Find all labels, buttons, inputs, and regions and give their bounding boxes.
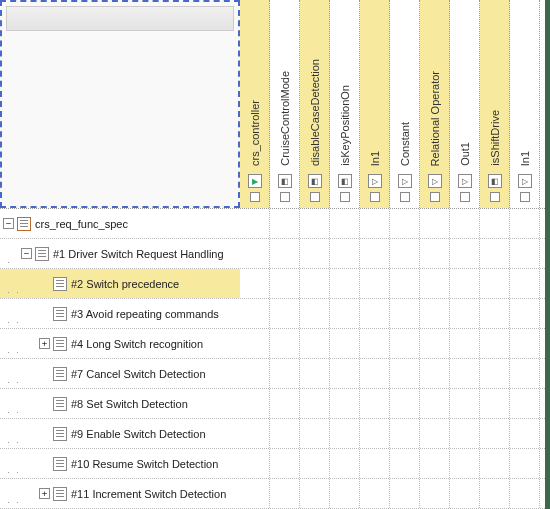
- matrix-cell[interactable]: [360, 479, 390, 508]
- matrix-cell[interactable]: [450, 269, 480, 298]
- matrix-cell[interactable]: [420, 419, 450, 448]
- column-header-In1_a[interactable]: In1: [360, 0, 390, 208]
- matrix-cell[interactable]: [330, 269, 360, 298]
- column-header-Constant[interactable]: Constant: [390, 0, 420, 208]
- matrix-cell[interactable]: [450, 329, 480, 358]
- matrix-cell[interactable]: [390, 239, 420, 268]
- matrix-cell[interactable]: [330, 359, 360, 388]
- matrix-cell[interactable]: [240, 359, 270, 388]
- matrix-cell[interactable]: [450, 419, 480, 448]
- matrix-cell[interactable]: [330, 239, 360, 268]
- matrix-cell[interactable]: [360, 239, 390, 268]
- matrix-cell[interactable]: [420, 299, 450, 328]
- matrix-cell[interactable]: [480, 389, 510, 418]
- matrix-cell[interactable]: [420, 359, 450, 388]
- matrix-cell[interactable]: [300, 449, 330, 478]
- matrix-cell[interactable]: [480, 479, 510, 508]
- matrix-cell[interactable]: [360, 209, 390, 238]
- matrix-cell[interactable]: [300, 239, 330, 268]
- column-header-Out1[interactable]: Out1: [450, 0, 480, 208]
- row-label-r3[interactable]: #3 Avoid repeating commands: [0, 299, 240, 328]
- matrix-cell[interactable]: [330, 299, 360, 328]
- matrix-cell[interactable]: [480, 359, 510, 388]
- matrix-cell[interactable]: [270, 299, 300, 328]
- column-header-crs_controller[interactable]: crs_controller: [240, 0, 270, 208]
- matrix-cell[interactable]: [480, 329, 510, 358]
- corner-cell[interactable]: [0, 0, 240, 208]
- column-header-disableCaseDetection[interactable]: disableCaseDetection: [300, 0, 330, 208]
- matrix-cell[interactable]: [510, 239, 540, 268]
- matrix-cell[interactable]: [270, 479, 300, 508]
- matrix-cell[interactable]: [510, 479, 540, 508]
- matrix-cell[interactable]: [390, 359, 420, 388]
- matrix-cell[interactable]: [300, 209, 330, 238]
- matrix-cell[interactable]: [300, 389, 330, 418]
- matrix-cell[interactable]: [330, 419, 360, 448]
- matrix-cell[interactable]: [450, 299, 480, 328]
- matrix-cell[interactable]: [270, 329, 300, 358]
- matrix-cell[interactable]: [330, 209, 360, 238]
- matrix-cell[interactable]: [270, 359, 300, 388]
- matrix-cell[interactable]: [240, 419, 270, 448]
- matrix-cell[interactable]: [270, 269, 300, 298]
- row-label-r10[interactable]: #10 Resume Switch Detection: [0, 449, 240, 478]
- matrix-cell[interactable]: [240, 449, 270, 478]
- matrix-cell[interactable]: [360, 419, 390, 448]
- matrix-cell[interactable]: [450, 359, 480, 388]
- matrix-cell[interactable]: [240, 479, 270, 508]
- matrix-cell[interactable]: [330, 479, 360, 508]
- matrix-cell[interactable]: [480, 269, 510, 298]
- matrix-cell[interactable]: [450, 209, 480, 238]
- matrix-cell[interactable]: [240, 299, 270, 328]
- matrix-cell[interactable]: [480, 299, 510, 328]
- matrix-cell[interactable]: [300, 269, 330, 298]
- matrix-cell[interactable]: [240, 239, 270, 268]
- matrix-cell[interactable]: [420, 239, 450, 268]
- expand-icon[interactable]: +: [39, 488, 50, 499]
- matrix-cell[interactable]: [510, 299, 540, 328]
- column-header-isShiftDrive[interactable]: isShiftDrive: [480, 0, 510, 208]
- matrix-cell[interactable]: [390, 449, 420, 478]
- matrix-cell[interactable]: [420, 329, 450, 358]
- matrix-cell[interactable]: [270, 419, 300, 448]
- matrix-cell[interactable]: [330, 329, 360, 358]
- row-label-r7[interactable]: #7 Cancel Switch Detection: [0, 359, 240, 388]
- collapse-icon[interactable]: −: [21, 248, 32, 259]
- matrix-cell[interactable]: [360, 269, 390, 298]
- matrix-cell[interactable]: [390, 389, 420, 418]
- matrix-cell[interactable]: [390, 299, 420, 328]
- expand-icon[interactable]: +: [39, 338, 50, 349]
- matrix-cell[interactable]: [510, 449, 540, 478]
- matrix-cell[interactable]: [510, 419, 540, 448]
- matrix-cell[interactable]: [420, 269, 450, 298]
- row-label-r8[interactable]: #8 Set Switch Detection: [0, 389, 240, 418]
- matrix-cell[interactable]: [240, 269, 270, 298]
- matrix-cell[interactable]: [390, 479, 420, 508]
- matrix-cell[interactable]: [270, 239, 300, 268]
- matrix-cell[interactable]: [330, 449, 360, 478]
- matrix-cell[interactable]: [510, 329, 540, 358]
- matrix-cell[interactable]: [300, 359, 330, 388]
- matrix-cell[interactable]: [390, 269, 420, 298]
- matrix-cell[interactable]: [390, 329, 420, 358]
- matrix-cell[interactable]: [390, 209, 420, 238]
- row-label-r9[interactable]: #9 Enable Switch Detection: [0, 419, 240, 448]
- matrix-cell[interactable]: [360, 389, 390, 418]
- matrix-cell[interactable]: [450, 479, 480, 508]
- row-label-r11[interactable]: +#11 Increment Switch Detection: [0, 479, 240, 508]
- row-label-r2[interactable]: #2 Switch precedence: [0, 269, 240, 298]
- matrix-cell[interactable]: [510, 389, 540, 418]
- matrix-cell[interactable]: [510, 209, 540, 238]
- matrix-cell[interactable]: [420, 479, 450, 508]
- column-header-isKeyPositionOn[interactable]: isKeyPositionOn: [330, 0, 360, 208]
- matrix-cell[interactable]: [450, 449, 480, 478]
- matrix-cell[interactable]: [480, 239, 510, 268]
- matrix-cell[interactable]: [450, 239, 480, 268]
- row-label-crs_req_func_spec[interactable]: −crs_req_func_spec: [0, 209, 240, 238]
- matrix-cell[interactable]: [420, 389, 450, 418]
- matrix-cell[interactable]: [360, 449, 390, 478]
- matrix-cell[interactable]: [300, 479, 330, 508]
- matrix-cell[interactable]: [360, 359, 390, 388]
- matrix-cell[interactable]: [480, 209, 510, 238]
- column-header-CruiseControlMode[interactable]: CruiseControlMode: [270, 0, 300, 208]
